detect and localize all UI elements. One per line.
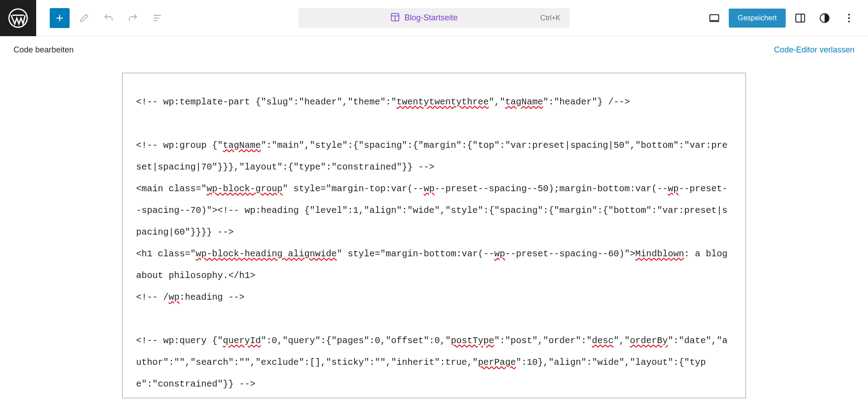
- toolbar-right-group: Gespeichert: [704, 8, 868, 28]
- settings-sidebar-button[interactable]: [790, 8, 810, 28]
- spell-error: desc: [592, 335, 613, 346]
- wordpress-icon: [8, 8, 28, 28]
- sidebar-icon: [794, 12, 806, 24]
- redo-button[interactable]: [123, 8, 143, 28]
- contrast-icon: [819, 12, 830, 24]
- spell-error: orderBy: [630, 335, 668, 346]
- edit-button[interactable]: [74, 8, 94, 28]
- view-button[interactable]: [704, 8, 724, 28]
- top-toolbar: Blog-Startseite Ctrl+K Gespeichert: [0, 0, 868, 36]
- document-overview-button[interactable]: [147, 8, 167, 28]
- code-editor-title: Code bearbeiten: [14, 45, 74, 55]
- spell-error: wp: [668, 184, 679, 194]
- plus-icon: [54, 13, 65, 24]
- command-bar[interactable]: Blog-Startseite Ctrl+K: [298, 8, 570, 28]
- wordpress-logo[interactable]: [0, 0, 36, 36]
- svg-rect-3: [796, 14, 805, 22]
- styles-button[interactable]: [815, 8, 835, 28]
- spell-error: wp: [424, 184, 434, 194]
- spell-error: tagName: [505, 97, 543, 107]
- kebab-icon: [843, 12, 855, 24]
- spell-error: wp-block-heading alignwide: [196, 249, 337, 259]
- keyboard-shortcut: Ctrl+K: [540, 14, 561, 22]
- template-name: Blog-Startseite: [405, 13, 458, 23]
- redo-icon: [127, 13, 138, 24]
- layout-icon: [390, 12, 400, 24]
- spell-error: wp-block-group: [207, 184, 283, 194]
- undo-icon: [103, 13, 114, 24]
- saved-button[interactable]: Gespeichert: [729, 9, 786, 28]
- toolbar-left-group: [36, 8, 167, 28]
- spell-error: wp: [169, 292, 179, 302]
- list-icon: [152, 13, 163, 24]
- spell-error: perPage: [478, 357, 516, 368]
- spell-error: queryId: [223, 335, 261, 346]
- svg-rect-2: [710, 14, 719, 20]
- editor-wrap: <!-- wp:template-part {"slug":"header","…: [0, 59, 868, 398]
- code-editor-header: Code bearbeiten Code-Editor verlassen: [0, 36, 868, 59]
- add-block-button[interactable]: [50, 8, 70, 28]
- code-textarea[interactable]: <!-- wp:template-part {"slug":"header","…: [122, 73, 746, 398]
- options-button[interactable]: [839, 8, 859, 28]
- spell-error: Mindblown: [635, 249, 684, 259]
- spell-error: wp: [494, 249, 505, 259]
- undo-button[interactable]: [99, 8, 118, 28]
- spell-error: twentytwentythree: [396, 97, 489, 107]
- svg-point-7: [848, 20, 850, 22]
- pencil-icon: [79, 13, 90, 24]
- spell-error: postType: [451, 335, 494, 346]
- spell-error: tagName: [223, 140, 261, 151]
- svg-point-5: [848, 14, 850, 15]
- desktop-icon: [708, 12, 720, 24]
- command-bar-content: Blog-Startseite: [390, 12, 458, 24]
- exit-code-editor-link[interactable]: Code-Editor verlassen: [774, 45, 854, 55]
- svg-point-6: [848, 17, 850, 19]
